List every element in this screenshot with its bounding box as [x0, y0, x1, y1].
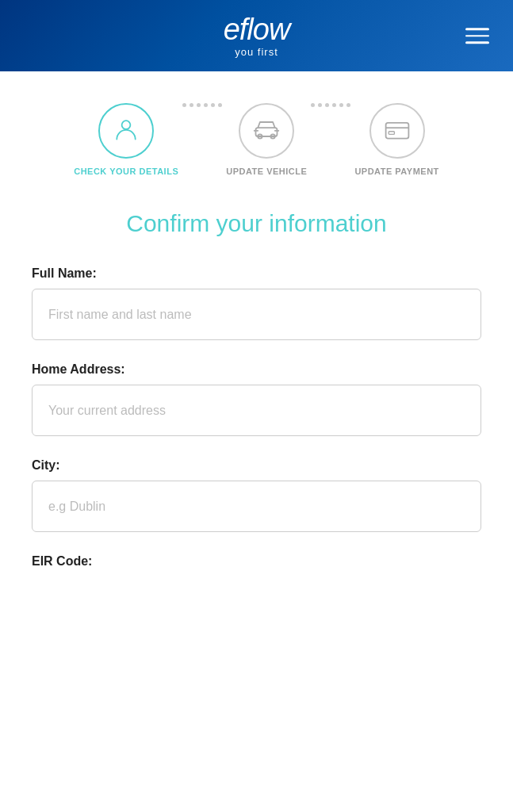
step-3-circle: [369, 103, 425, 159]
step-3[interactable]: UPDATE PAYMENT: [354, 103, 438, 176]
home-address-group: Home Address:: [32, 362, 481, 436]
logo: eflow you first: [224, 14, 290, 58]
header: eflow you first: [0, 0, 513, 71]
svg-rect-6: [385, 123, 408, 139]
step-2[interactable]: UPDATE VEHICLE: [226, 103, 307, 176]
dot: [204, 103, 208, 107]
eir-code-label: EIR Code:: [32, 554, 481, 569]
eir-code-group: EIR Code:: [32, 554, 481, 569]
city-group: City:: [32, 458, 481, 532]
step-1-label: CHECK YOUR DETAILS: [74, 167, 178, 176]
dot: [339, 103, 343, 107]
credit-card-icon: [383, 115, 412, 147]
form-section: Full Name: Home Address: City: EIR Code:: [0, 266, 513, 569]
full-name-input[interactable]: [32, 289, 481, 340]
page-title: Confirm your information: [0, 192, 513, 266]
dot: [318, 103, 322, 107]
step-3-label: UPDATE PAYMENT: [354, 167, 438, 176]
menu-line-2: [465, 35, 489, 37]
dot: [190, 103, 193, 107]
logo-tagline: you first: [235, 46, 278, 58]
step-1[interactable]: CHECK YOUR DETAILS: [74, 103, 178, 176]
dot: [218, 103, 222, 107]
step-2-circle: [239, 103, 294, 159]
home-address-input[interactable]: [32, 385, 481, 436]
dot: [332, 103, 336, 107]
full-name-label: Full Name:: [32, 266, 481, 281]
steps-container: CHECK YOUR DETAILS: [0, 71, 513, 192]
step-connector-1: [182, 103, 222, 137]
city-label: City:: [32, 458, 481, 473]
home-address-label: Home Address:: [32, 362, 481, 377]
dot: [311, 103, 315, 107]
logo-text: eflow: [224, 14, 290, 44]
car-icon: [252, 115, 281, 147]
dot: [346, 103, 350, 107]
logo-flow: flow: [239, 13, 290, 46]
svg-rect-8: [389, 132, 394, 135]
person-icon: [112, 115, 140, 147]
full-name-group: Full Name:: [32, 266, 481, 340]
step-1-circle: [98, 103, 154, 159]
dot: [325, 103, 329, 107]
city-input[interactable]: [32, 481, 481, 532]
menu-button[interactable]: [465, 28, 489, 44]
dot: [197, 103, 201, 107]
dot: [182, 103, 186, 107]
dot: [211, 103, 215, 107]
svg-point-0: [122, 121, 131, 129]
step-2-label: UPDATE VEHICLE: [226, 167, 307, 176]
logo-e: e: [224, 13, 239, 46]
step-connector-2: [311, 103, 350, 137]
menu-line-3: [465, 41, 489, 44]
menu-line-1: [465, 28, 489, 30]
